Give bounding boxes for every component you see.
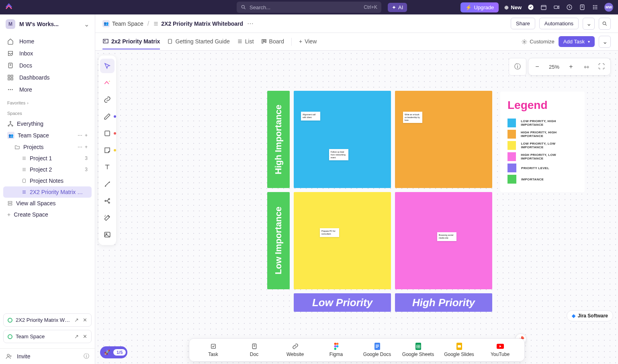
create-google-docs[interactable]: Google Docs xyxy=(357,341,397,359)
nav-docs[interactable]: Docs xyxy=(3,59,92,72)
quadrant-low-pri-low-imp[interactable]: Prepare PO for consultant xyxy=(294,192,391,289)
upgrade-button[interactable]: ⚡ Upgrade xyxy=(460,2,499,12)
section-favorites[interactable]: Favorites› xyxy=(0,97,95,108)
axis-low-priority[interactable]: Low Priority xyxy=(294,293,391,312)
video-icon[interactable] xyxy=(553,4,560,11)
open-external-icon[interactable]: ↗ xyxy=(74,333,79,339)
search-page-button[interactable] xyxy=(599,18,611,30)
tab-2x2-matrix[interactable]: 2x2 Priority Matrix xyxy=(102,34,160,49)
create-google-slides[interactable]: Google Slides xyxy=(439,341,479,359)
share-button[interactable]: Share xyxy=(511,18,535,29)
tool-ai-generate[interactable]: + xyxy=(100,76,115,90)
sticky-note[interactable]: Prepare PO for consultant xyxy=(320,228,339,237)
tree-project-1[interactable]: Project 1 3 xyxy=(3,153,92,164)
automations-dropdown[interactable]: ⌄ xyxy=(583,18,595,30)
jira-integration-badge[interactable]: ◆ Jira Software xyxy=(567,310,613,321)
tree-project-2[interactable]: Project 2 3 xyxy=(3,164,92,175)
tree-projects[interactable]: Projects ⋯+ xyxy=(3,141,92,153)
tool-image[interactable] xyxy=(100,227,115,242)
add-task-button[interactable]: Add Task ▾ xyxy=(559,36,595,47)
more-icon[interactable]: ⋯ xyxy=(78,133,82,138)
tree-create-space[interactable]: + Create Space xyxy=(3,209,92,220)
zoom-out-button[interactable]: − xyxy=(530,59,544,74)
tab-board[interactable]: Board xyxy=(261,34,284,49)
create-google-sheets[interactable]: Google Sheets xyxy=(398,341,438,359)
recent-chip-1[interactable]: 2X2 Priority Matrix Whi... ↗ ✕ xyxy=(3,313,92,327)
automations-button[interactable]: Automations xyxy=(539,18,579,29)
plus-icon[interactable]: + xyxy=(85,133,88,138)
create-task[interactable]: Task xyxy=(193,341,233,359)
ai-button[interactable]: ✦ AI xyxy=(388,3,407,12)
close-icon[interactable]: ✕ xyxy=(83,333,87,339)
tool-mindmap[interactable] xyxy=(100,194,115,208)
help-icon[interactable]: ⓘ xyxy=(84,353,89,360)
user-avatar[interactable]: MW xyxy=(604,3,613,12)
more-dots-icon[interactable]: ⋯ xyxy=(247,20,254,27)
tab-getting-started[interactable]: Getting Started Guide xyxy=(167,34,229,49)
tool-sticky[interactable] xyxy=(100,143,115,157)
app-logo-icon[interactable] xyxy=(5,3,13,11)
sticky-note[interactable]: Write an e-book on leadership by love xyxy=(403,112,422,123)
axis-low-importance[interactable]: Low Importance xyxy=(267,192,290,289)
new-button[interactable]: ⊕ New xyxy=(504,4,522,10)
onboarding-progress[interactable]: 🚀 1/5 xyxy=(100,346,127,358)
sticky-note[interactable]: Follow up lead from networking event xyxy=(329,149,348,160)
tree-view-all-spaces[interactable]: View all Spaces xyxy=(3,198,92,209)
tool-connector[interactable] xyxy=(100,177,115,191)
bolt-icon: ⚡ xyxy=(465,4,472,10)
nav-more[interactable]: More xyxy=(3,84,92,96)
quadrant-high-pri-low-imp[interactable]: Browsing social media site xyxy=(395,192,492,289)
fit-width-button[interactable]: ⇿ xyxy=(579,59,593,74)
pen-icon xyxy=(104,113,111,120)
breadcrumb-space[interactable]: 👥 Team Space xyxy=(102,20,143,27)
tool-pen[interactable] xyxy=(100,109,115,124)
open-external-icon[interactable]: ↗ xyxy=(74,317,79,323)
create-doc[interactable]: Doc xyxy=(234,341,274,359)
zoom-level[interactable]: 25% xyxy=(545,64,563,70)
tree-matrix-whiteboard[interactable]: 2X2 Priority Matrix Whiteb... xyxy=(3,186,92,198)
close-icon[interactable]: ✕ xyxy=(83,317,87,323)
notepad-icon[interactable] xyxy=(579,4,586,11)
customize-button[interactable]: Customize xyxy=(522,39,554,45)
global-search[interactable]: Search... Ctrl+K xyxy=(237,2,381,13)
axis-high-importance[interactable]: High Importance xyxy=(267,91,290,188)
info-button[interactable]: ⓘ xyxy=(509,58,526,76)
more-icon[interactable]: ⋯ xyxy=(78,144,82,150)
recent-chip-2[interactable]: Team Space ↗ ✕ xyxy=(3,330,92,343)
create-youtube[interactable]: YouTube xyxy=(480,341,520,359)
tree-team-space[interactable]: 👥 Team Space ⋯+ xyxy=(3,129,92,141)
tool-link[interactable] xyxy=(100,92,115,107)
tool-magic[interactable] xyxy=(100,211,115,225)
nav-inbox[interactable]: Inbox xyxy=(3,47,92,59)
task-options-button[interactable]: ⌄ xyxy=(599,36,611,48)
calendar-icon[interactable] xyxy=(540,4,547,11)
create-website[interactable]: Website xyxy=(275,341,315,359)
svg-point-77 xyxy=(336,345,338,347)
sticky-note[interactable]: Browsing social media site xyxy=(437,232,456,241)
tab-add-view[interactable]: + View xyxy=(299,34,317,49)
quadrant-high-pri-high-imp[interactable]: Write an e-book on leadership by love xyxy=(395,91,492,188)
tree-everything[interactable]: Everything xyxy=(3,118,92,129)
tool-text[interactable] xyxy=(100,160,115,174)
apps-grid-icon[interactable] xyxy=(591,4,599,11)
tool-shape[interactable] xyxy=(100,126,115,141)
sticky-note[interactable]: Alignment call with client xyxy=(301,112,320,121)
check-circle-icon[interactable] xyxy=(527,4,534,11)
workspace-switcher[interactable]: M M W's Works... ⌄ xyxy=(0,14,95,34)
zoom-in-button[interactable]: + xyxy=(564,59,578,74)
tree-project-notes[interactable]: Project Notes xyxy=(3,175,92,186)
whiteboard-canvas[interactable]: + ⓘ − 25% + ⇿ ⛶ xyxy=(95,51,618,364)
fullscreen-button[interactable]: ⛶ xyxy=(594,59,609,74)
tab-list[interactable]: List xyxy=(237,34,254,49)
axis-high-priority[interactable]: High Priority xyxy=(395,293,492,312)
nav-dashboards[interactable]: Dashboards xyxy=(3,72,92,84)
clock-icon[interactable] xyxy=(566,4,573,11)
quadrant-low-pri-high-imp[interactable]: Alignment call with client Follow up lea… xyxy=(294,91,391,188)
create-figma[interactable]: Figma xyxy=(316,341,356,359)
nav-home[interactable]: Home xyxy=(3,35,92,47)
invite-button[interactable]: Invite xyxy=(17,353,30,360)
breadcrumb-page[interactable]: 2X2 Priority Matrix Whiteboard xyxy=(153,20,243,27)
legend[interactable]: Legend LOW PRIORITY, HIGH IMPORTANCEHIGH… xyxy=(500,92,585,192)
tool-select[interactable] xyxy=(100,59,115,73)
plus-icon[interactable]: + xyxy=(85,144,88,150)
